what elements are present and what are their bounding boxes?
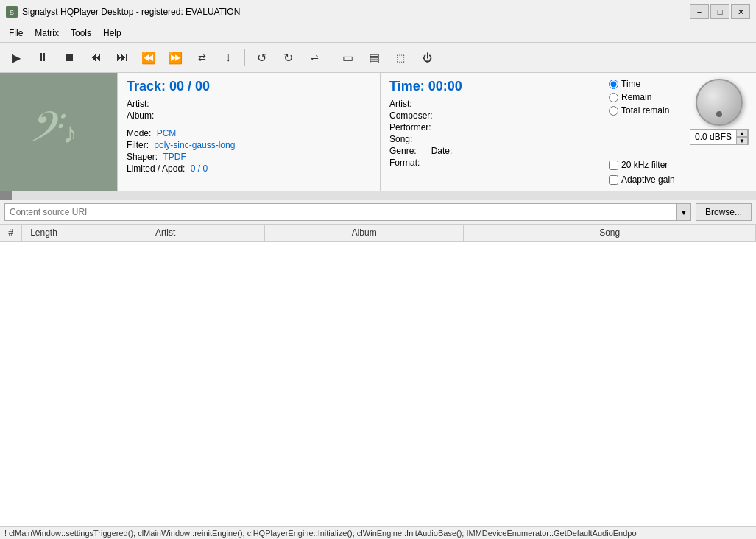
status-text: ! clMainWindow::settingsTriggered(); clM… (4, 529, 637, 538)
adaptive-gain-check-row: Adaptive gain (609, 175, 682, 185)
track-label: Track: (127, 79, 166, 94)
total-remain-radio-label: Total remain (621, 105, 669, 116)
time-radio-label: Time (621, 79, 640, 89)
toolbar-separator-2 (331, 49, 331, 66)
shuffle-button[interactable]: ⇌ (303, 46, 326, 69)
step-down-button[interactable]: ↓ (216, 46, 240, 69)
toolbar: ▶ ⏸ ⏹ ⏮ ⏭ ⏪ ⏩ ⇄ ↓ ↺ ↻ ⇌ ▭ ▤ ⬚ ⏻ (0, 43, 756, 73)
time-info-panel: Time: 00:00 Artist: Composer: Performer:… (381, 73, 601, 191)
next-track-button[interactable]: ⏭ (110, 46, 134, 69)
menu-help[interactable]: Help (97, 26, 127, 40)
stop-button[interactable]: ⏹ (57, 46, 81, 69)
controls-panel: Time Remain Total remain 20 kHz filter A… (601, 73, 756, 191)
source-input[interactable] (4, 203, 676, 221)
source-bar: ▼ Browse... (0, 200, 756, 225)
title-bar: S Signalyst HQPlayer Desktop - registere… (0, 0, 756, 24)
track-number: Track: 00 / 00 (127, 79, 371, 94)
knob-area: 0.0 dBFS ▲ ▼ (690, 79, 749, 185)
menu-tools[interactable]: Tools (65, 26, 97, 40)
filter-check-label: 20 kHz filter (621, 160, 668, 170)
time-display: Time: 00:00 (389, 79, 592, 94)
column-header-artist: Artist (66, 225, 265, 241)
progress-thumb[interactable] (0, 191, 12, 200)
shaper-row: Shaper: TPDF (127, 152, 371, 162)
play-button[interactable]: ▶ (4, 46, 28, 69)
volume-knob[interactable] (696, 79, 743, 126)
album-art: 𝄢 ♪ (0, 73, 118, 191)
rewind-button[interactable]: ⏪ (137, 46, 160, 69)
column-header-album: Album (265, 225, 464, 241)
album-row: Album: (127, 110, 371, 121)
app-icon: S (6, 6, 18, 18)
playlist-button[interactable]: ▤ (362, 46, 386, 69)
playlist-body[interactable] (0, 242, 756, 526)
screen-button[interactable]: ⬚ (389, 46, 412, 69)
browse-button[interactable]: Browse... (696, 203, 752, 221)
fast-forward-button[interactable]: ⏩ (163, 46, 187, 69)
mode-row: Mode: PCM (127, 128, 371, 138)
time-radio-row: Time (609, 79, 682, 89)
progress-bar[interactable] (0, 191, 756, 200)
menu-matrix[interactable]: Matrix (29, 26, 65, 40)
track-value: 00 / 00 (169, 79, 210, 94)
mode-value: PCM (157, 128, 177, 138)
svg-text:♪: ♪ (63, 116, 77, 149)
svg-text:𝄢: 𝄢 (26, 105, 66, 161)
repeat-all-button[interactable]: ↻ (276, 46, 300, 69)
remain-radio[interactable] (609, 93, 618, 102)
single-mode-button[interactable]: ▭ (336, 46, 359, 69)
minimize-button[interactable]: − (690, 4, 709, 19)
playlist-header: # Length Artist Album Song (0, 225, 756, 242)
t-composer-row: Composer: (389, 110, 592, 121)
shaper-value: TPDF (163, 152, 186, 162)
t-genre-date-row: Genre: Date: (389, 146, 592, 156)
track-info-panel: Track: 00 / 00 Artist: Album: Mode: PCM … (118, 73, 381, 191)
main-info-area: 𝄢 ♪ Track: 00 / 00 Artist: Album: Mode: … (0, 73, 756, 191)
window-title: Signalyst HQPlayer Desktop - registered:… (22, 7, 690, 17)
t-performer-row: Performer: (389, 122, 592, 133)
knob-indicator (716, 111, 722, 117)
time-radio[interactable] (609, 80, 618, 89)
column-header-song: Song (464, 225, 756, 241)
gain-up-arrow[interactable]: ▲ (736, 130, 748, 137)
toolbar-separator-1 (244, 49, 245, 66)
limited-row: Limited / Apod: 0 / 0 (127, 163, 371, 174)
total-remain-radio[interactable] (609, 106, 618, 116)
menu-bar: File Matrix Tools Help (0, 24, 756, 43)
limited-label: Limited / Apod: (127, 163, 185, 174)
device-button[interactable]: ⏻ (415, 46, 439, 69)
time-value: 00:00 (428, 79, 462, 94)
artist-row: Artist: (127, 99, 371, 109)
album-label: Album: (127, 110, 154, 121)
gain-down-arrow[interactable]: ▼ (736, 137, 748, 144)
t-format-row: Format: (389, 158, 592, 168)
t-artist-label: Artist: (389, 99, 412, 109)
t-date-label: Date: (431, 146, 453, 156)
filter-row: Filter: poly-sinc-gauss-long (127, 140, 371, 150)
source-input-wrap: ▼ (4, 203, 691, 221)
menu-file[interactable]: File (3, 26, 29, 40)
adaptive-gain-label: Adaptive gain (621, 175, 675, 185)
t-song-row: Song: (389, 134, 592, 144)
t-genre-label: Genre: (389, 146, 417, 156)
adaptive-gain-checkbox[interactable] (609, 175, 618, 185)
t-song-label: Song: (389, 134, 412, 144)
status-bar: ! clMainWindow::settingsTriggered(); clM… (0, 526, 756, 539)
prev-track-button[interactable]: ⏮ (84, 46, 107, 69)
limited-value: 0 / 0 (191, 163, 208, 174)
total-remain-radio-row: Total remain (609, 105, 682, 116)
gain-control[interactable]: 0.0 dBFS ▲ ▼ (690, 129, 749, 145)
filter-label: Filter: (127, 140, 149, 150)
column-header-num: # (0, 225, 22, 241)
pause-button[interactable]: ⏸ (31, 46, 54, 69)
repeat-button[interactable]: ↺ (250, 46, 273, 69)
mode-label: Mode: (127, 128, 151, 138)
shuffle-tracks-button[interactable]: ⇄ (190, 46, 213, 69)
time-mode-radio-group: Time Remain Total remain (609, 79, 682, 155)
source-dropdown-button[interactable]: ▼ (676, 203, 691, 221)
close-button[interactable]: ✕ (731, 4, 750, 19)
remain-radio-row: Remain (609, 92, 682, 102)
filter-checkbox[interactable] (609, 161, 618, 170)
window-controls: − □ ✕ (690, 4, 750, 19)
maximize-button[interactable]: □ (710, 4, 729, 19)
